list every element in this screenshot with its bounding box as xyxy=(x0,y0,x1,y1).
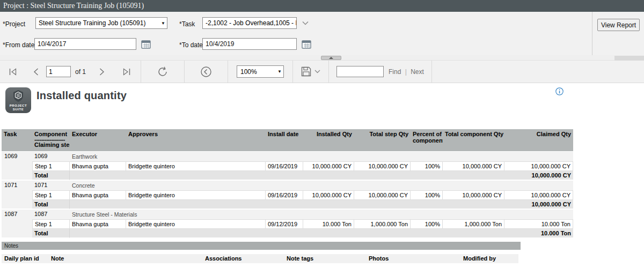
photos-header: Photos xyxy=(369,255,389,262)
task-cell: 1071 xyxy=(2,181,32,209)
header-total-component-qty: Total component Qty xyxy=(443,129,504,151)
parameter-splitter-bar xyxy=(0,55,644,61)
total-label-cell: Total xyxy=(32,200,70,209)
install-date-cell: 09/16/2019 xyxy=(266,190,303,200)
daily-plan-header-row: Daily plan id Note Associations Note tag… xyxy=(2,254,518,263)
next-link[interactable]: Next xyxy=(411,68,424,76)
task-multiselect[interactable]: -2,1002 - Job Overhead,1005 - Ere xyxy=(202,17,297,29)
total-component-qty-cell: 10,000.000 CY xyxy=(443,190,504,200)
to-date-input[interactable] xyxy=(202,38,297,50)
total-claimed-cell: 10,000.000 CY xyxy=(504,171,573,180)
installed-qty-cell: 10,000.000 CY xyxy=(303,161,354,171)
collapse-parameters-button[interactable] xyxy=(321,56,341,60)
executor-cell: Bhavna gupta xyxy=(70,190,126,200)
project-suite-logo: PROJECT SUITE xyxy=(5,87,31,113)
from-date-label: *From date xyxy=(3,41,34,49)
component-name-cell: Concrete xyxy=(70,181,573,190)
claimed-qty-cell: 10,000.000 CY xyxy=(504,161,573,171)
total-step-qty-cell: 10,000.000 CY xyxy=(354,161,411,171)
hexagon-emblem-icon xyxy=(12,90,25,102)
select-caret-icon: ▼ xyxy=(276,69,283,74)
total-fill-cell xyxy=(70,200,504,209)
first-page-button[interactable] xyxy=(0,61,26,83)
percent-cell: 100% xyxy=(411,219,443,229)
table-group-1069: 1069 1069 Earthwork Step 1 Bhavna gupta … xyxy=(2,152,573,180)
info-icon[interactable] xyxy=(555,87,564,95)
total-component-qty-cell: 10,000.000 CY xyxy=(443,161,504,171)
zoom-select[interactable]: 100% ▼ xyxy=(237,65,284,78)
installed-qty-cell: 10.000 Ton xyxy=(303,219,354,229)
previous-page-button[interactable] xyxy=(26,61,46,83)
total-label-cell: Total xyxy=(32,171,70,180)
task-label: *Task xyxy=(179,20,195,28)
header-install-date: Install date xyxy=(266,129,303,151)
refresh-button[interactable] xyxy=(141,61,184,83)
executor-cell: Bhavna gupta xyxy=(70,161,126,171)
install-date-cell: 09/16/2019 xyxy=(266,161,303,171)
logo-text-line2: SUITE xyxy=(10,108,27,112)
page-count-label: of 1 xyxy=(75,68,86,76)
report-title: Installed quantity xyxy=(36,90,127,102)
project-select[interactable]: Steel Structure Training Job (105091) ▼ xyxy=(35,17,167,29)
installed-qty-cell: 10,000.000 CY xyxy=(303,190,354,200)
from-date-input[interactable] xyxy=(34,38,136,50)
from-date-calendar-icon[interactable] xyxy=(140,39,152,49)
claimed-qty-cell: 10.000 Ton xyxy=(504,219,573,229)
quantity-table-header: Task Component ------------------ Claimi… xyxy=(2,129,573,151)
total-claimed-cell: 10,000.000 CY xyxy=(504,200,573,209)
chevron-down-icon xyxy=(314,70,320,73)
component-cell: 1071 xyxy=(32,181,70,190)
project-title-bar: Project : Steel Structure Training Job (… xyxy=(0,0,644,12)
collapse-arrow-icon xyxy=(329,57,333,59)
to-date-calendar-icon[interactable] xyxy=(301,39,312,49)
step-cell: Step 1 xyxy=(32,190,70,200)
find-next-divider: | xyxy=(405,68,407,76)
table-group-1087: 1087 1087 Structure Steel - Materials St… xyxy=(2,210,573,238)
table-group-1071: 1071 1071 Concrete Step 1 Bhavna gupta B… xyxy=(2,181,573,209)
task-cell: 1069 xyxy=(2,152,32,180)
page-number-input[interactable] xyxy=(46,66,71,77)
header-claimed-qty: Claimed Qty xyxy=(504,129,573,151)
view-report-button[interactable]: View Report xyxy=(597,19,640,31)
component-name-cell: Structure Steel - Materials xyxy=(70,210,573,219)
component-cell: 1087 xyxy=(32,210,70,219)
select-caret-icon: ▼ xyxy=(159,21,167,26)
search-input[interactable] xyxy=(336,66,384,77)
toolbar-separator xyxy=(431,61,432,83)
last-page-button[interactable] xyxy=(113,61,141,83)
toolbar-separator xyxy=(328,61,329,83)
install-date-cell: 09/12/2019 xyxy=(266,219,303,229)
export-save-button[interactable] xyxy=(293,61,328,83)
daily-plan-id-header: Daily plan id xyxy=(4,255,39,262)
total-fill-cell xyxy=(70,171,504,180)
report-viewer-window: Project : Steel Structure Training Job (… xyxy=(0,0,644,275)
project-select-value: Steel Structure Training Job (105091) xyxy=(36,19,159,27)
total-step-qty-cell: 10,000.000 CY xyxy=(354,190,411,200)
step-cell: Step 1 xyxy=(32,219,70,229)
to-date-label: *To date xyxy=(179,41,203,49)
associations-header: Associations xyxy=(205,255,241,262)
approvers-cell: Bridgette quintero xyxy=(126,161,266,171)
header-component-claiming-step: Component ------------------ Claiming st… xyxy=(32,129,70,151)
modified-by-header: Modified by xyxy=(463,255,496,262)
header-installed-qty: Installed Qty xyxy=(303,129,354,151)
executor-cell: Bhavna gupta xyxy=(70,219,126,229)
logo-text-line1: PROJECT xyxy=(10,104,27,108)
total-claimed-cell: 10.000 Ton xyxy=(504,229,573,238)
chevron-down-icon[interactable] xyxy=(301,17,310,29)
claimed-qty-cell: 10,000.000 CY xyxy=(504,190,573,200)
component-cell: 1069 xyxy=(32,152,70,161)
back-to-parent-button[interactable] xyxy=(185,61,228,83)
total-component-qty-cell: 1,000.000 Ton xyxy=(443,219,504,229)
approvers-cell: Bridgette quintero xyxy=(126,219,266,229)
next-page-button[interactable] xyxy=(91,61,113,83)
header-approvers: Approvers xyxy=(126,129,266,151)
find-link[interactable]: Find xyxy=(389,68,401,76)
notes-section-header: Notes xyxy=(2,242,521,250)
header-task: Task xyxy=(2,129,32,151)
total-step-qty-cell: 1,000.000 Ton xyxy=(354,219,411,229)
total-fill-cell xyxy=(70,229,504,238)
zoom-select-value: 100% xyxy=(237,68,276,76)
note-header: Note xyxy=(51,255,64,262)
note-tags-header: Note tags xyxy=(287,255,313,262)
